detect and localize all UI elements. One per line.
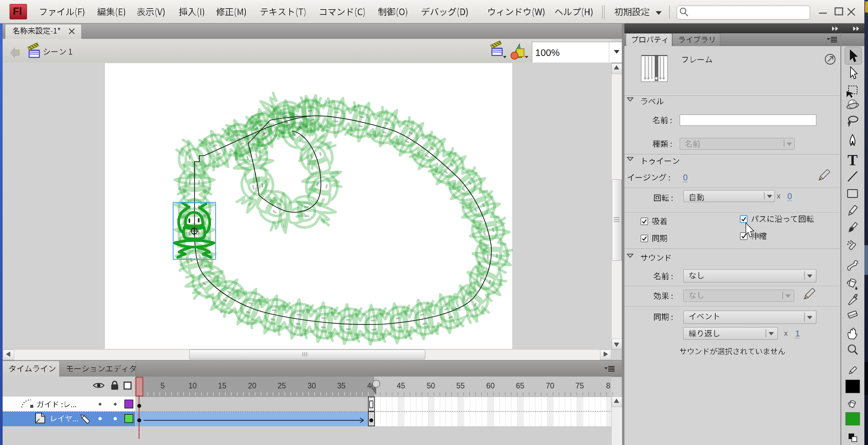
svg-text:15: 15 bbox=[218, 381, 226, 390]
svg-text:20: 20 bbox=[248, 381, 256, 390]
svg-text:Fl: Fl bbox=[13, 6, 22, 17]
svg-text:1: 1 bbox=[795, 329, 800, 338]
svg-text:30: 30 bbox=[307, 381, 316, 390]
svg-text:25: 25 bbox=[277, 381, 286, 390]
svg-text:65: 65 bbox=[516, 381, 524, 390]
svg-text:75: 75 bbox=[576, 381, 584, 390]
svg-text:0: 0 bbox=[787, 192, 792, 201]
svg-text:35: 35 bbox=[337, 381, 346, 390]
svg-text:x: x bbox=[777, 192, 780, 200]
svg-text:5: 5 bbox=[161, 381, 165, 390]
svg-text:45: 45 bbox=[397, 381, 405, 390]
svg-text:T: T bbox=[847, 152, 858, 168]
svg-text:0: 0 bbox=[683, 173, 688, 182]
svg-text:60: 60 bbox=[486, 381, 495, 390]
svg-text:50: 50 bbox=[427, 381, 435, 390]
svg-text:70: 70 bbox=[546, 381, 554, 390]
svg-text:55: 55 bbox=[456, 381, 465, 390]
svg-text:x: x bbox=[784, 329, 788, 337]
svg-text:100%: 100% bbox=[535, 47, 560, 58]
svg-text:10: 10 bbox=[188, 381, 197, 390]
svg-text:8: 8 bbox=[606, 381, 611, 390]
